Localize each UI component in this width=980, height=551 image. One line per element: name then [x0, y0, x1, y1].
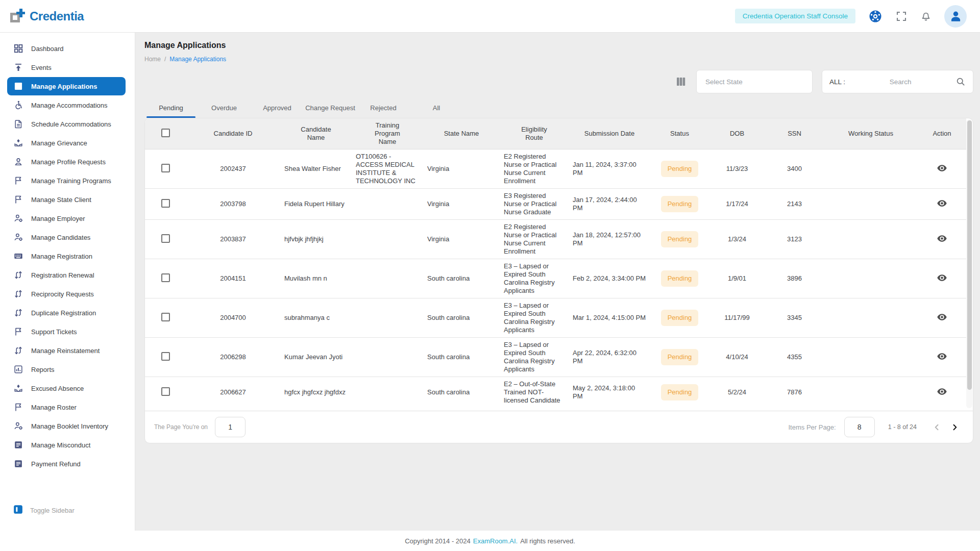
cell-training-program [352, 189, 423, 220]
sidebar-item-manage-applications[interactable]: Manage Applications [7, 77, 126, 95]
sidebar-item-reciprocity-requests[interactable]: Reciprocity Requests [7, 285, 126, 303]
footer-rights: All rights reserved. [520, 537, 575, 545]
breadcrumb-home-link[interactable]: Home [144, 56, 161, 63]
view-action-button[interactable] [937, 233, 947, 244]
sidebar-item-duplicate-registration[interactable]: Duplicate Registration [7, 304, 126, 322]
sidebar-item-schedule-accommodations[interactable]: Schedule Accommodations [7, 115, 126, 133]
sidebar-item-events[interactable]: Events [7, 58, 126, 77]
sidebar-item-registration-renewal[interactable]: Registration Renewal [7, 266, 126, 284]
view-action-button[interactable] [937, 198, 947, 209]
items-per-page-input[interactable] [844, 417, 875, 437]
page-title: Manage Applications [144, 41, 973, 50]
view-action-button[interactable] [937, 312, 947, 322]
globe-icon[interactable] [868, 9, 883, 24]
sidebar-item-manage-accommodations[interactable]: Manage Accommodations [7, 96, 126, 114]
tab-overdue[interactable]: Overdue [198, 98, 251, 118]
cell-checkbox [145, 338, 186, 377]
search-input[interactable]: Search [845, 78, 955, 86]
row-checkbox[interactable] [161, 234, 170, 243]
select-state-dropdown[interactable]: Select State [696, 70, 813, 93]
cell-state-name: South carolina [423, 259, 500, 298]
footer-examroom-link[interactable]: ExamRoom.AI. [473, 537, 518, 545]
tab-all[interactable]: All [410, 98, 463, 118]
tab-approved[interactable]: Approved [251, 98, 304, 118]
sidebar-item-support-tickets[interactable]: Support Tickets [7, 322, 126, 341]
inbox-icon [13, 383, 23, 393]
cell-ssn: 2143 [765, 189, 824, 220]
cell-status: Pending [650, 377, 709, 408]
cell-working-status [824, 220, 918, 259]
filter-row: Select State ALL : Search [144, 70, 973, 93]
sidebar-item-label: Manage Registration [31, 253, 92, 260]
columns-icon[interactable] [675, 76, 687, 88]
prev-page-button[interactable] [928, 420, 946, 434]
column-header-submission-date: Submission Date [569, 118, 650, 149]
breadcrumb-separator: / [164, 56, 166, 63]
search-box[interactable]: ALL : Search [822, 70, 973, 93]
person-gear-icon [13, 213, 23, 223]
sidebar-item-manage-booklet-inventory[interactable]: Manage Booklet Inventory [7, 417, 126, 435]
sidebar-item-manage-candidates[interactable]: Manage Candidates [7, 228, 126, 246]
fullscreen-icon[interactable] [895, 10, 908, 22]
row-checkbox[interactable] [161, 387, 170, 396]
table-row: 2006298Kumar Jeevan JyotiSouth carolinaE… [145, 338, 966, 377]
tab-rejected[interactable]: Rejected [357, 98, 410, 118]
next-page-button[interactable] [946, 420, 964, 434]
pagination-bar: The Page You're on Items Per Page: 1 - 8… [145, 411, 973, 443]
sidebar-item-manage-registration[interactable]: Manage Registration [7, 247, 126, 265]
tab-change-request[interactable]: Change Request [304, 98, 357, 118]
sidebar-item-dashboard[interactable]: Dashboard [7, 39, 126, 58]
view-action-button[interactable] [937, 163, 947, 173]
tab-pending[interactable]: Pending [144, 98, 198, 118]
sidebar-item-label: Manage Candidates [31, 234, 90, 241]
cell-working-status [824, 338, 918, 377]
toggle-sidebar-button[interactable]: Toggle Sidebar [7, 500, 126, 520]
table-row: 2004700subrahmanya cSouth carolinaE3 – L… [145, 298, 966, 338]
sidebar-item-manage-misconduct[interactable]: Manage Misconduct [7, 436, 126, 454]
row-checkbox[interactable] [161, 164, 170, 172]
view-action-button[interactable] [937, 272, 947, 283]
view-action-button[interactable] [937, 386, 947, 397]
cell-checkbox [145, 377, 186, 408]
sidebar-item-manage-training-programs[interactable]: Manage Training Programs [7, 171, 126, 190]
column-header-candidate-id: Candidate ID [186, 118, 280, 149]
row-checkbox[interactable] [161, 352, 170, 361]
cell-state-name: Virginia [423, 189, 500, 220]
sidebar-item-reports[interactable]: Reports [7, 360, 126, 379]
cell-working-status [824, 189, 918, 220]
search-icon[interactable] [955, 77, 966, 87]
search-scope-dropdown[interactable]: ALL : [829, 78, 845, 86]
sidebar-item-payment-refund[interactable]: Payment Refund [7, 455, 126, 473]
cell-status: Pending [650, 189, 709, 220]
cell-dob: 11/3/23 [709, 149, 765, 189]
bell-icon[interactable] [920, 10, 932, 22]
credentia-logo[interactable]: Credentia [9, 8, 84, 24]
sidebar-item-manage-roster[interactable]: Manage Roster [7, 398, 126, 416]
console-badge: Credentia Operation Staff Console [735, 9, 855, 23]
breadcrumb-current-link[interactable]: Manage Applications [169, 56, 226, 63]
row-checkbox[interactable] [161, 313, 170, 321]
cell-ssn: 7876 [765, 377, 824, 408]
sidebar-item-manage-state-client[interactable]: Manage State Client [7, 190, 126, 209]
page-number-input[interactable] [215, 417, 246, 437]
cell-status: Pending [650, 338, 709, 377]
table-header-row: Candidate IDCandidate NameTraining Progr… [145, 118, 966, 149]
person-gear-icon [13, 232, 23, 242]
sidebar-item-excused-absence[interactable]: Excused Absence [7, 379, 126, 397]
column-header-state-name: State Name [423, 118, 500, 149]
sidebar-item-manage-reinstatement[interactable]: Manage Reinstatement [7, 341, 126, 360]
sidebar-item-manage-profile-requests[interactable]: Manage Profile Requests [7, 153, 126, 171]
sidebar-item-manage-employer[interactable]: Manage Employer [7, 209, 126, 228]
avatar[interactable] [944, 5, 967, 28]
cell-candidate-id: 2002437 [186, 149, 280, 189]
row-checkbox[interactable] [161, 199, 170, 208]
table-scrollbar-thumb[interactable] [967, 120, 972, 390]
cell-action [918, 220, 966, 259]
applications-table: Candidate IDCandidate NameTraining Progr… [145, 118, 973, 411]
view-action-button[interactable] [937, 351, 947, 362]
cell-action [918, 259, 966, 298]
sidebar-item-manage-grievance[interactable]: Manage Grievance [7, 134, 126, 152]
cell-state-name: Virginia [423, 149, 500, 189]
select-all-checkbox[interactable] [161, 129, 170, 137]
row-checkbox[interactable] [161, 273, 170, 282]
